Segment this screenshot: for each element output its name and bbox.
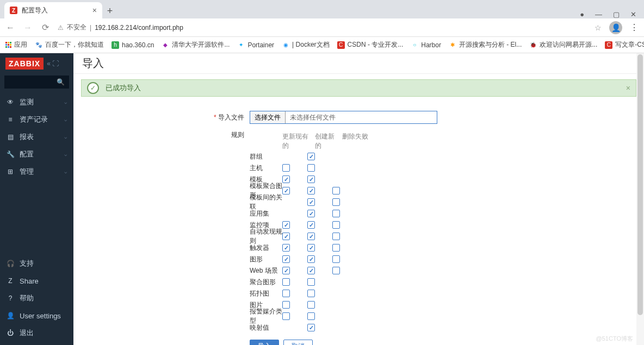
maximize-icon[interactable]: ▢ bbox=[613, 10, 620, 18]
bookmark-item[interactable]: ✱开源搜索与分析 - El... bbox=[449, 40, 522, 49]
checkbox[interactable] bbox=[307, 221, 315, 229]
checkbox[interactable] bbox=[332, 244, 340, 252]
checkbox[interactable] bbox=[332, 210, 340, 217]
checkbox[interactable] bbox=[307, 312, 315, 320]
tab-title: 配置导入 bbox=[22, 6, 88, 15]
bookmark-item[interactable]: CCSDN - 专业开发... bbox=[337, 40, 404, 49]
checkbox[interactable] bbox=[307, 267, 315, 274]
checkbox[interactable] bbox=[282, 233, 290, 240]
forward-button[interactable]: → bbox=[23, 23, 33, 33]
url-input[interactable]: ⚠ 不安全 | 192.168.2.214/conf.import.php bbox=[58, 23, 587, 32]
close-window-icon[interactable]: ✕ bbox=[630, 10, 636, 18]
back-button[interactable]: ← bbox=[5, 23, 15, 33]
close-icon[interactable]: × bbox=[92, 6, 97, 15]
collapse-sidebar-icon[interactable]: « ⛶ bbox=[47, 60, 59, 67]
bookmark-item[interactable]: ◉| Docker文档 bbox=[282, 40, 329, 49]
browser-tab[interactable]: Z 配置导入 × bbox=[4, 2, 102, 18]
rule-row: 报警媒介类型 bbox=[81, 311, 636, 322]
address-bar: ← → ⟳ ⚠ 不安全 | 192.168.2.214/conf.import.… bbox=[0, 18, 644, 37]
nav-label: 退出 bbox=[20, 328, 34, 338]
checkbox[interactable] bbox=[282, 267, 290, 274]
zabbix-favicon: Z bbox=[10, 7, 17, 14]
bookmark-item[interactable]: hhao.360.cn bbox=[112, 41, 154, 49]
bookmark-item[interactable]: ○Harbor bbox=[411, 41, 441, 49]
rule-row: 群组 bbox=[81, 151, 636, 162]
checkbox[interactable] bbox=[282, 221, 290, 229]
checkbox[interactable] bbox=[332, 233, 340, 240]
checkbox[interactable] bbox=[307, 290, 315, 297]
sidebar-bottom-0[interactable]: 🎧支持 bbox=[0, 255, 73, 272]
sidebar-nav-0[interactable]: 👁监测⌵ bbox=[0, 93, 73, 111]
scroll-thumb[interactable] bbox=[637, 54, 643, 315]
checkbox[interactable] bbox=[282, 175, 290, 183]
sidebar-nav-2[interactable]: ▤报表⌵ bbox=[0, 128, 73, 146]
checkbox[interactable] bbox=[332, 198, 340, 206]
checkbox[interactable] bbox=[307, 175, 315, 183]
sidebar-nav-3[interactable]: 🔧配置⌵ bbox=[0, 146, 73, 163]
checkbox[interactable] bbox=[282, 278, 290, 286]
profile-avatar[interactable]: 👤 bbox=[609, 21, 622, 34]
checkbox[interactable] bbox=[307, 278, 315, 286]
checkbox[interactable] bbox=[282, 290, 290, 297]
watermark: @51CTO博客 bbox=[596, 335, 633, 343]
checkbox[interactable] bbox=[307, 210, 315, 217]
checkbox[interactable] bbox=[332, 221, 340, 229]
checkbox[interactable] bbox=[282, 312, 290, 320]
bookmark-item[interactable]: ◆清华大学开源软件... bbox=[162, 40, 230, 49]
checkbox[interactable] bbox=[307, 324, 315, 331]
checkbox[interactable] bbox=[332, 267, 340, 274]
sidebar-bottom-2[interactable]: ?帮助 bbox=[0, 290, 73, 307]
rule-row: 图形 bbox=[81, 254, 636, 265]
circle-icon[interactable]: ● bbox=[580, 10, 584, 18]
sidebar-nav-1[interactable]: ≡资产记录⌵ bbox=[0, 111, 73, 128]
apps-shortcut[interactable]: 应用 bbox=[5, 40, 27, 49]
rule-row: 聚合图形 bbox=[81, 277, 636, 287]
cancel-button[interactable]: 取消 bbox=[283, 340, 313, 345]
bookmark-item[interactable]: 🐾百度一下，你就知道 bbox=[35, 40, 104, 49]
close-message-icon[interactable]: × bbox=[626, 84, 630, 92]
checkbox[interactable] bbox=[282, 164, 290, 172]
import-button[interactable]: 导入 bbox=[250, 340, 279, 345]
checkbox[interactable] bbox=[307, 244, 315, 252]
nav-label: 资产记录 bbox=[20, 115, 48, 124]
sidebar-nav-4[interactable]: ⊞管理⌵ bbox=[0, 163, 73, 180]
portainer-icon: ✦ bbox=[237, 41, 245, 49]
choose-file-button[interactable]: 选择文件 bbox=[250, 111, 286, 123]
checkbox[interactable] bbox=[282, 187, 290, 195]
nav-label: 监测 bbox=[20, 97, 34, 107]
bookmark-star-icon[interactable]: ☆ bbox=[595, 23, 602, 32]
security-text: 不安全 bbox=[67, 23, 86, 32]
reload-button[interactable]: ⟳ bbox=[40, 22, 50, 33]
netease-icon: 🐞 bbox=[529, 41, 537, 49]
checkbox[interactable] bbox=[307, 233, 315, 240]
sidebar-bottom-3[interactable]: 👤User settings bbox=[0, 307, 73, 324]
sidebar-bottom-4[interactable]: ⏻退出 bbox=[0, 324, 73, 342]
browser-menu-icon[interactable]: ⋮ bbox=[630, 22, 639, 33]
rule-row: 拓扑图 bbox=[81, 288, 636, 299]
checkbox[interactable] bbox=[282, 301, 290, 309]
tsinghua-icon: ◆ bbox=[162, 41, 169, 49]
rule-row: 映射值 bbox=[81, 322, 636, 333]
checkbox[interactable] bbox=[332, 187, 340, 195]
checkbox[interactable] bbox=[307, 153, 315, 160]
minimize-icon[interactable]: — bbox=[595, 10, 602, 18]
checkbox[interactable] bbox=[332, 255, 340, 263]
checkbox[interactable] bbox=[307, 198, 315, 206]
bookmark-item[interactable]: C写文章-CSDN博客 bbox=[605, 40, 644, 49]
checkbox[interactable] bbox=[282, 255, 290, 263]
sidebar-bottom-1[interactable]: ZShare bbox=[0, 272, 73, 290]
file-input[interactable]: 选择文件 未选择任何文件 bbox=[250, 111, 437, 124]
sidebar-search[interactable]: 🔍 bbox=[4, 76, 69, 89]
checkbox[interactable] bbox=[282, 244, 290, 252]
page-title: 导入 bbox=[73, 53, 644, 74]
bookmark-item[interactable]: 🐞欢迎访问网易开源... bbox=[529, 40, 597, 49]
new-tab-button[interactable]: + bbox=[102, 3, 117, 18]
main-content: 导入 ✓ 已成功导入 × 导入文件 选择文件 未选择任何文件 规则 更新现有的 … bbox=[73, 53, 644, 345]
checkbox[interactable] bbox=[307, 301, 315, 309]
bookmark-item[interactable]: ✦Portainer bbox=[237, 41, 274, 49]
checkbox[interactable] bbox=[307, 187, 315, 195]
checkbox[interactable] bbox=[307, 164, 315, 172]
checkbox[interactable] bbox=[307, 255, 315, 263]
scrollbar[interactable] bbox=[636, 53, 644, 345]
elastic-icon: ✱ bbox=[449, 41, 456, 49]
